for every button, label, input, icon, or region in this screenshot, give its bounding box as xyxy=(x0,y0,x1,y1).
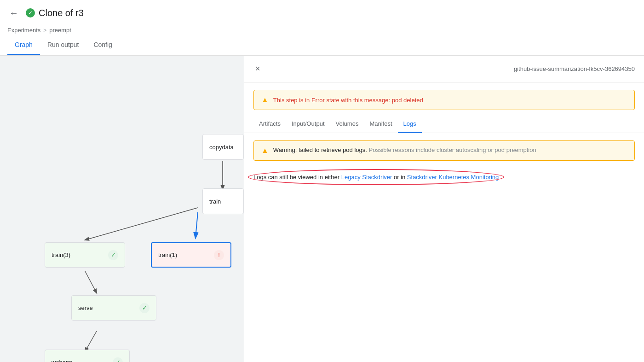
logs-content: Logs can still be viewed in either Legac… xyxy=(244,168,644,184)
node-train1-status: ! xyxy=(214,250,224,260)
logs-line: Logs can still be viewed in either Legac… xyxy=(253,174,499,181)
svg-line-2 xyxy=(196,212,198,238)
detail-tabs: Artifacts Input/Output Volumes Manifest … xyxy=(244,116,644,133)
breadcrumb-current: preempt xyxy=(49,27,71,34)
node-train1[interactable]: train(1) ! xyxy=(151,242,231,268)
detail-tab-manifest[interactable]: Manifest xyxy=(364,116,397,133)
node-train3-label: train(3) xyxy=(52,251,70,258)
node-serve-status: ✓ xyxy=(139,303,150,313)
close-button[interactable]: × xyxy=(253,62,262,76)
detail-tab-volumes[interactable]: Volumes xyxy=(330,116,364,133)
pipeline-graph: copydata train train(3) ✓ train(1) ! ser… xyxy=(0,56,244,362)
node-webapp[interactable]: webapp ✓ xyxy=(45,350,130,362)
node-train3[interactable]: train(3) ✓ xyxy=(45,242,125,268)
stackdriver-kubernetes-link[interactable]: Stackdriver Kubernetes Monitoring xyxy=(407,174,499,181)
node-train1-label: train(1) xyxy=(158,251,177,258)
detail-body: ▲ This step is in Error state with this … xyxy=(244,82,644,362)
node-copydata[interactable]: copydata xyxy=(202,134,244,160)
warning-text: Warning: failed to retrieve pod logs. Po… xyxy=(273,146,536,153)
error-warning-icon: ▲ xyxy=(261,96,269,104)
node-train-label: train xyxy=(209,198,221,205)
node-webapp-label: webapp xyxy=(52,359,73,362)
status-icon: ✓ xyxy=(26,8,35,18)
main-content: copydata train train(3) ✓ train(1) ! ser… xyxy=(0,56,644,362)
breadcrumb-separator: > xyxy=(43,27,46,34)
header-area: ← ✓ Clone of r3 Experiments > preempt Gr… xyxy=(0,0,644,56)
top-row: ← ✓ Clone of r3 xyxy=(0,0,644,26)
svg-line-1 xyxy=(85,208,198,240)
node-serve-label: serve xyxy=(78,304,93,311)
detail-tab-logs[interactable]: Logs xyxy=(398,116,422,133)
breadcrumb: Experiments > preempt xyxy=(0,26,644,35)
tab-graph[interactable]: Graph xyxy=(7,35,40,55)
error-banner-text: This step is in Error state with this me… xyxy=(273,97,423,104)
tab-run-output[interactable]: Run output xyxy=(40,35,86,55)
graph-panel: copydata train train(3) ✓ train(1) ! ser… xyxy=(0,56,244,362)
detail-tab-artifacts[interactable]: Artifacts xyxy=(253,116,286,133)
legacy-stackdriver-link[interactable]: Legacy Stackdriver xyxy=(341,174,392,181)
svg-line-3 xyxy=(85,271,97,293)
tabs-bar: Graph Run output Config xyxy=(0,35,644,55)
node-train[interactable]: train xyxy=(202,188,244,214)
node-copydata-label: copydata xyxy=(209,144,234,151)
node-train3-status: ✓ xyxy=(108,250,118,260)
node-webapp-status: ✓ xyxy=(113,357,123,362)
title-area: ✓ Clone of r3 xyxy=(26,8,84,18)
detail-header: × github-issue-summarization-fk5cv-36269… xyxy=(244,56,644,82)
run-name: github-issue-summarization-fk5cv-3626943… xyxy=(514,65,635,72)
node-serve[interactable]: serve ✓ xyxy=(71,295,156,321)
detail-tab-input-output[interactable]: Input/Output xyxy=(286,116,330,133)
detail-panel: × github-issue-summarization-fk5cv-36269… xyxy=(244,56,644,362)
warning-section: ▲ Warning: failed to retrieve pod logs. … xyxy=(253,140,635,161)
warning-icon: ▲ xyxy=(261,146,269,155)
breadcrumb-parent[interactable]: Experiments xyxy=(7,27,40,34)
error-banner: ▲ This step is in Error state with this … xyxy=(253,90,635,110)
page-title: Clone of r3 xyxy=(39,8,84,18)
back-button[interactable]: ← xyxy=(7,6,20,20)
svg-line-4 xyxy=(85,331,97,351)
tab-config[interactable]: Config xyxy=(86,35,119,55)
logs-highlight-wrapper: Logs can still be viewed in either Legac… xyxy=(253,174,499,181)
